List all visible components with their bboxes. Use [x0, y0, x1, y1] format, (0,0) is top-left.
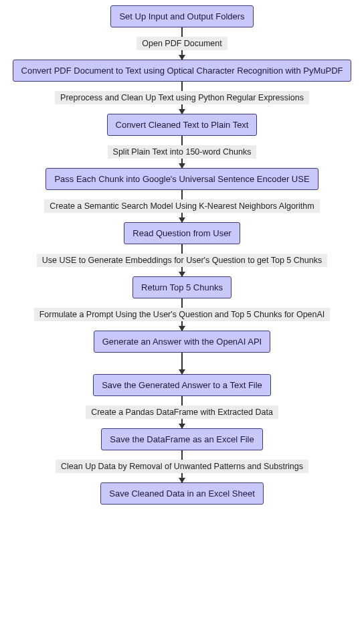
edge-line	[181, 190, 183, 199]
edge-line	[181, 27, 183, 37]
node-save-cleaned: Save Cleaned Data in an Excel Sheet	[100, 482, 264, 505]
edge-label-create-dataframe: Create a Pandas DataFrame with Extracted…	[86, 406, 278, 419]
edge-label-create-knn: Create a Semantic Search Model Using K-N…	[44, 199, 319, 213]
edge-line	[181, 298, 183, 308]
edge-arrow	[181, 159, 183, 168]
edge-line	[181, 450, 183, 460]
edge-3: Split Plain Text into 150-word Chunks	[108, 136, 257, 168]
edge-line	[181, 396, 183, 406]
edge-2: Preprocess and Clean Up Text using Pytho…	[55, 82, 309, 114]
edge-arrow	[181, 419, 183, 428]
edge-line	[181, 244, 183, 254]
edge-label-split-chunks: Split Plain Text into 150-word Chunks	[108, 145, 257, 159]
node-convert-pdf-ocr: Convert PDF Document to Text using Optic…	[13, 60, 352, 82]
node-save-excel: Save the DataFrame as an Excel File	[101, 428, 262, 450]
edge-7	[181, 353, 183, 374]
edge-arrow	[181, 213, 183, 222]
node-convert-plain-text: Convert Cleaned Text to Plain Text	[107, 114, 258, 136]
node-generate-answer: Generate an Answer with the OpenAI API	[94, 331, 270, 353]
node-setup-folders: Set Up Input and Output Folders	[110, 5, 253, 27]
node-return-top5: Return Top 5 Chunks	[132, 276, 232, 298]
edge-9: Clean Up Data by Removal of Unwanted Pat…	[56, 450, 308, 482]
node-read-question: Read Question from User	[124, 222, 240, 244]
node-pass-chunk-use: Pass Each Chunk into Google's Universal …	[46, 168, 318, 190]
node-save-answer: Save the Generated Answer to a Text File	[93, 374, 271, 396]
edge-line	[181, 136, 183, 145]
edge-8: Create a Pandas DataFrame with Extracted…	[86, 396, 278, 428]
flowchart-container: Set Up Input and Output Folders Open PDF…	[0, 0, 364, 510]
edge-4: Create a Semantic Search Model Using K-N…	[44, 190, 319, 222]
edge-arrow	[181, 104, 183, 114]
edge-arrow	[181, 353, 183, 374]
edge-arrow	[181, 473, 183, 482]
edge-arrow	[181, 50, 183, 60]
edge-line	[181, 82, 183, 91]
edge-label-preprocess: Preprocess and Clean Up Text using Pytho…	[55, 91, 309, 104]
edge-label-embeddings: Use USE to Generate Embeddings for User'…	[37, 254, 327, 267]
edge-label-cleanup-data: Clean Up Data by Removal of Unwanted Pat…	[56, 460, 308, 473]
edge-label-open-pdf: Open PDF Document	[136, 37, 227, 50]
edge-1: Open PDF Document	[136, 27, 227, 60]
edge-arrow	[181, 321, 183, 331]
edge-6: Formulate a Prompt Using the User's Ques…	[34, 298, 331, 331]
edge-arrow	[181, 267, 183, 276]
edge-5: Use USE to Generate Embeddings for User'…	[37, 244, 327, 276]
edge-label-formulate-prompt: Formulate a Prompt Using the User's Ques…	[34, 308, 331, 321]
